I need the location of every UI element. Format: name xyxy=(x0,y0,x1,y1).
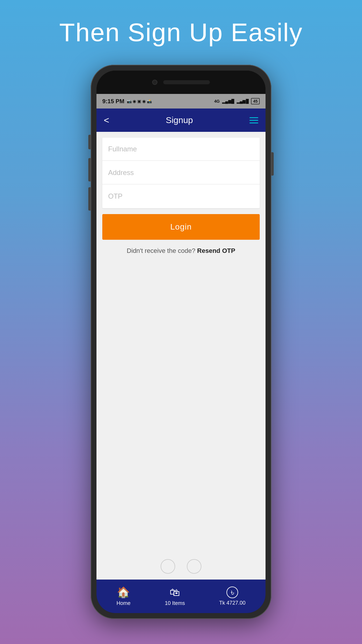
nav-item-home[interactable]: 🏠 Home xyxy=(117,586,131,606)
signal-4g: 4G xyxy=(214,99,220,104)
taka-icon: ৳ xyxy=(226,587,238,598)
phone-notch xyxy=(96,71,266,94)
page-title: Then Sign Up Easily xyxy=(59,18,303,47)
status-time: 9:15 PM xyxy=(102,98,124,105)
back-button[interactable]: < xyxy=(104,115,109,126)
nav-item-cart[interactable]: 🛍 10 Items xyxy=(165,586,185,606)
content-spacer xyxy=(102,260,260,559)
phone-screen: 9:15 PM 📷 ◉ ▣ ◉ 📸 4G ▂▄▆█ ▂▄▆█ 45 < Sign… xyxy=(96,71,266,613)
menu-line-3 xyxy=(249,123,258,123)
resend-prefix: Didn't receive the code? xyxy=(127,247,195,254)
resend-otp-section: Didn't receive the code? Resend OTP xyxy=(102,247,260,255)
home-icon: 🏠 xyxy=(117,586,130,598)
app-header: < Signup xyxy=(96,108,266,132)
home-circle-2 xyxy=(187,559,201,574)
battery-indicator: 45 xyxy=(251,98,260,104)
camera-dot xyxy=(152,80,157,85)
speaker-bar xyxy=(163,80,210,84)
menu-line-1 xyxy=(249,117,258,118)
login-button[interactable]: Login xyxy=(102,214,260,240)
status-bar: 9:15 PM 📷 ◉ ▣ ◉ 📸 4G ▂▄▆█ ▂▄▆█ 45 xyxy=(96,94,266,108)
nav-cart-label: 10 Items xyxy=(165,600,185,606)
fullname-input[interactable] xyxy=(102,138,260,161)
bottom-nav: 🏠 Home 🛍 10 Items ৳ Tk 4727.00 xyxy=(96,580,266,613)
header-title: Signup xyxy=(166,115,193,125)
nav-total-label: Tk 4727.00 xyxy=(219,600,245,606)
phone-frame: 9:15 PM 📷 ◉ ▣ ◉ 📸 4G ▂▄▆█ ▂▄▆█ 45 < Sign… xyxy=(91,65,271,619)
otp-input[interactable] xyxy=(102,185,260,208)
menu-button[interactable] xyxy=(249,117,258,123)
resend-link[interactable]: Resend OTP xyxy=(197,247,235,254)
signal-bars-2: ▂▄▆█ xyxy=(237,99,249,104)
nav-item-total[interactable]: ৳ Tk 4727.00 xyxy=(219,587,245,606)
cart-icon: 🛍 xyxy=(170,586,180,598)
nav-home-label: Home xyxy=(117,600,131,606)
form-fields-container xyxy=(102,138,260,208)
status-right: 4G ▂▄▆█ ▂▄▆█ 45 xyxy=(214,98,260,104)
address-input[interactable] xyxy=(102,161,260,184)
signal-bars: ▂▄▆█ xyxy=(222,99,234,104)
app-content: Login Didn't receive the code? Resend OT… xyxy=(96,132,266,580)
home-circle-1 xyxy=(161,559,175,574)
status-left: 9:15 PM 📷 ◉ ▣ ◉ 📸 xyxy=(102,98,152,105)
status-icons: 📷 ◉ ▣ ◉ 📸 xyxy=(127,99,152,104)
home-indicator xyxy=(102,559,260,574)
menu-line-2 xyxy=(249,120,258,121)
